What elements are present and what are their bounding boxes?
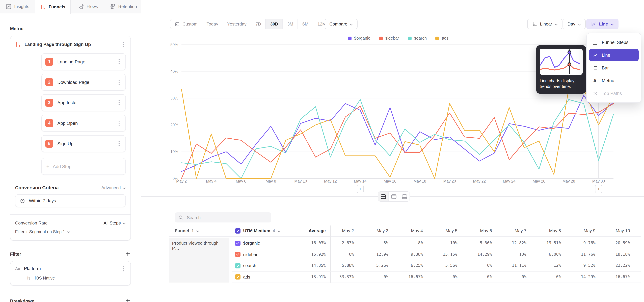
funnel-column-header[interactable]: Funnel 1 <box>175 226 199 236</box>
row-checkbox-sidebar[interactable] <box>235 252 240 257</box>
step-number-badge: 1 <box>45 58 53 66</box>
day-column-header[interactable]: May 2 <box>320 226 354 236</box>
kebab-menu-icon[interactable] <box>117 59 122 64</box>
range-custom[interactable]: Custom <box>170 19 202 29</box>
row-checkbox-ads[interactable] <box>235 274 240 280</box>
add-step-button[interactable]: + Add Step <box>41 158 126 175</box>
row-label[interactable]: sidebar <box>243 249 258 260</box>
mini-purple-line <box>540 52 580 67</box>
filter-property[interactable]: Platform <box>24 266 118 271</box>
tab-retention[interactable]: Retention <box>106 0 142 13</box>
menu-item-line[interactable]: Line <box>589 49 639 62</box>
compare-button[interactable]: Compare <box>325 19 358 29</box>
funnel-header-count: 1 <box>191 226 194 236</box>
series-line-search[interactable] <box>182 100 614 178</box>
series-line-ads[interactable] <box>182 89 614 178</box>
funnel-step[interactable]: 2Download Page <box>41 74 126 90</box>
breakdown-select-all-checkbox[interactable] <box>235 228 240 234</box>
range-3m[interactable]: 3M <box>283 19 298 29</box>
day-column-header[interactable]: May 10 <box>596 226 630 236</box>
legend-item[interactable]: ads <box>435 36 448 40</box>
legend-item[interactable]: search <box>408 36 427 40</box>
kebab-menu-icon[interactable] <box>117 120 122 126</box>
day-column-header[interactable]: May 8 <box>528 226 561 236</box>
legend-item[interactable]: sidebar <box>379 36 399 40</box>
funnel-name-cell[interactable]: Product Viewed through P… <box>169 238 230 282</box>
filter-segment-dropdown[interactable]: Filter + Segment on Step 1 <box>15 230 126 234</box>
day-column-header[interactable]: May 5 <box>424 226 457 236</box>
split-view-button[interactable] <box>378 192 389 201</box>
kebab-menu-icon[interactable] <box>117 141 122 146</box>
row-label[interactable]: search <box>243 260 256 271</box>
breakdown-header-label: UTM Medium <box>243 226 270 236</box>
kebab-menu-icon[interactable] <box>121 42 126 47</box>
scale-dropdown[interactable]: Linear <box>527 19 562 29</box>
legend-item[interactable]: $organic <box>348 36 370 40</box>
row-day-value: 16.67% <box>390 271 423 282</box>
row-label[interactable]: $organic <box>243 238 260 249</box>
menu-item-label: Funnel Steps <box>602 40 628 45</box>
row-day-value: 12.9% <box>355 249 388 260</box>
range-30d[interactable]: 30D <box>266 19 283 29</box>
funnel-step[interactable]: 3App Install <box>41 94 126 111</box>
range-label: Yesterday <box>227 22 246 26</box>
add-breakdown-button[interactable] <box>126 298 131 302</box>
range-label: 30D <box>270 22 278 26</box>
compare-label: Compare <box>330 22 347 26</box>
table-only-button[interactable] <box>399 192 410 201</box>
series-line-sidebar[interactable] <box>182 104 614 178</box>
range-yesterday[interactable]: Yesterday <box>223 19 251 29</box>
x-axis-tick: May 12 <box>324 179 337 184</box>
menu-item-metric[interactable]: #Metric <box>589 74 639 87</box>
chart-only-button[interactable] <box>389 192 399 201</box>
tab-flows[interactable]: Flows <box>70 0 106 13</box>
row-checkbox-organic[interactable] <box>235 240 240 246</box>
advanced-dropdown[interactable]: Advanced <box>101 185 126 190</box>
day-column-header[interactable]: May 9 <box>562 226 596 236</box>
interval-dropdown[interactable]: Day <box>563 19 586 29</box>
annotation-badge-label: 1 <box>598 187 600 191</box>
conversion-rate-value: All Steps <box>104 220 121 226</box>
legend-label: sidebar <box>385 36 399 40</box>
row-checkbox-search[interactable] <box>235 263 240 268</box>
breakdown-column-header[interactable]: UTM Medium 4 <box>243 226 280 236</box>
filter-value[interactable]: iOS Native <box>35 276 55 280</box>
conversion-rate-dropdown[interactable]: All Steps <box>104 220 126 226</box>
x-axis-tick: May 10 <box>294 179 307 184</box>
tab-insights[interactable]: Insights <box>0 0 36 13</box>
search-input[interactable] <box>186 214 268 220</box>
menu-item-bar[interactable]: Bar <box>589 62 639 74</box>
day-column-header[interactable]: May 4 <box>390 226 423 236</box>
day-column-header[interactable]: May 7 <box>493 226 526 236</box>
day-column-header[interactable]: May 6 <box>458 226 492 236</box>
range-6m[interactable]: 6M <box>298 19 313 29</box>
day-column-header[interactable]: May 3 <box>355 226 388 236</box>
line-chart-tooltip: Line charts display trends over time. <box>536 45 586 94</box>
range-label: Today <box>206 22 218 26</box>
row-day-value: 0% <box>424 271 457 282</box>
tab-funnels[interactable]: Funnels <box>36 0 71 14</box>
funnel-step[interactable]: 5Sign Up <box>41 135 126 152</box>
kebab-menu-icon[interactable] <box>117 79 122 85</box>
menu-item-funnel-steps[interactable]: Funnel Steps <box>589 36 639 49</box>
row-day-value: 5.26% <box>355 260 388 271</box>
legend-swatch <box>435 36 439 40</box>
range-7d[interactable]: 7D <box>251 19 266 29</box>
add-filter-button[interactable] <box>126 251 131 257</box>
kebab-menu-icon[interactable] <box>117 100 122 106</box>
step-number-badge: 2 <box>45 78 53 86</box>
metric-heading-label: Metric <box>10 26 24 31</box>
kebab-menu-icon[interactable] <box>121 266 126 272</box>
funnel-step[interactable]: 1Landing Page <box>41 53 126 70</box>
line-chart-icon <box>591 21 596 27</box>
filter-operator[interactable]: Is <box>27 276 30 280</box>
alarm-clock-icon <box>20 198 25 203</box>
funnel-step[interactable]: 4App Open <box>41 115 126 132</box>
split-view-icon <box>381 194 386 199</box>
x-axis-tick: May 16 <box>384 179 396 184</box>
chart-type-dropdown[interactable]: Line <box>586 19 618 29</box>
conversion-window-button[interactable]: Within 7 days <box>15 194 126 207</box>
range-today[interactable]: Today <box>202 19 223 29</box>
mini-purple-dot <box>568 51 571 54</box>
row-label[interactable]: ads <box>243 271 250 282</box>
